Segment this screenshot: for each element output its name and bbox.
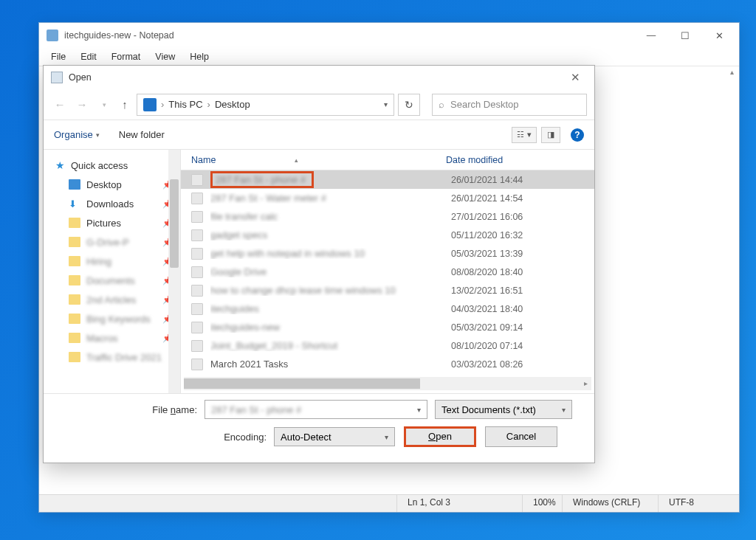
file-row[interactable]: Joint_Budget_2019 - Shortcut08/10/2020 0… — [181, 336, 594, 355]
notepad-statusbar: Ln 1, Col 3 100% Windows (CRLF) UTF-8 — [39, 494, 739, 512]
filename-label: File name: — [57, 404, 205, 415]
pc-icon — [143, 98, 157, 111]
dialog-toolbar: Organise▾ New folder ☷ ▾ ◨ ? — [44, 120, 594, 150]
encoding-select[interactable]: Auto-Detect ▾ — [274, 427, 395, 446]
nav-back-button[interactable]: ← — [51, 98, 69, 111]
file-type-filter[interactable]: Text Documents (*.txt) ▾ — [435, 400, 572, 419]
menu-format[interactable]: Format — [106, 50, 147, 63]
file-icon — [191, 211, 203, 223]
file-icon — [191, 285, 203, 297]
file-date: 05/11/2020 16:32 — [451, 230, 594, 240]
address-dropdown-icon[interactable]: ▾ — [384, 100, 388, 108]
filename-input[interactable]: 287 Fan St - phone # ▾ — [205, 400, 427, 419]
file-name: itechguides — [210, 303, 451, 314]
file-row[interactable]: file transfer calc27/01/2021 16:06 — [181, 207, 594, 226]
dialog-close-button[interactable]: ✕ — [560, 71, 590, 84]
file-name: 287 Fan St - phone # — [210, 171, 451, 188]
file-row[interactable]: itechguides04/03/2021 18:40 — [181, 300, 594, 318]
header-name[interactable]: Name — [191, 155, 442, 165]
file-icon — [191, 248, 203, 260]
file-row[interactable]: 287 Fan St - Water meter #26/01/2021 14:… — [181, 189, 594, 207]
file-icon — [191, 229, 203, 241]
search-box[interactable]: ⌕ Search Desktop — [432, 94, 587, 116]
file-date: 27/01/2021 16:06 — [451, 212, 594, 222]
nav-up-button[interactable]: ↑ — [117, 98, 132, 111]
file-date: 03/03/2021 08:26 — [451, 359, 594, 370]
close-button[interactable]: ✕ — [702, 24, 736, 47]
minimize-button[interactable]: — — [634, 24, 668, 47]
dropdown-icon[interactable]: ▾ — [417, 406, 421, 414]
sidebar-scrollbar[interactable] — [168, 150, 180, 393]
view-mode-button[interactable]: ☷ ▾ — [512, 127, 537, 143]
sidebar-item[interactable]: Macros📌 — [51, 328, 177, 347]
file-date: 04/03/2021 18:40 — [451, 304, 594, 314]
file-icon — [191, 193, 203, 204]
scroll-right-icon[interactable]: ▸ — [580, 377, 591, 390]
sidebar-item[interactable]: 2nd Articles📌 — [51, 290, 177, 309]
open-button[interactable]: Open — [404, 426, 476, 447]
file-name: how to change dhcp lease time windows 10 — [210, 285, 451, 296]
navigation-pane: ★ Quick access Desktop📌 ⬇Downloads📌 Pict… — [44, 150, 181, 393]
preview-pane-button[interactable]: ◨ — [541, 127, 560, 143]
scroll-up-icon[interactable]: ▴ — [726, 68, 738, 80]
menu-view[interactable]: View — [149, 50, 181, 63]
search-placeholder: Search Desktop — [450, 99, 519, 110]
file-name: Google Drive — [210, 266, 451, 277]
path-this-pc[interactable]: This PC — [168, 99, 202, 110]
star-icon: ★ — [55, 159, 65, 171]
sidebar-item[interactable]: Bing Keywords📌 — [51, 309, 177, 328]
file-row[interactable]: March 2021 Tasks03/03/2021 08:26 — [181, 355, 594, 373]
file-row[interactable]: get help with notepad in windows 1005/03… — [181, 244, 594, 263]
organise-button[interactable]: Organise▾ — [54, 129, 100, 140]
help-button[interactable]: ? — [571, 128, 584, 142]
folder-icon — [69, 275, 80, 285]
sidebar-quick-access[interactable]: ★ Quick access — [51, 156, 177, 175]
dropdown-icon[interactable]: ▾ — [562, 406, 566, 414]
maximize-button[interactable]: ☐ — [668, 24, 702, 47]
folder-icon — [69, 237, 80, 247]
address-bar[interactable]: › This PC › Desktop ▾ — [137, 94, 394, 116]
file-icon — [191, 303, 203, 315]
dropdown-icon[interactable]: ▾ — [385, 433, 388, 441]
notepad-menubar: File Edit Format View Help — [39, 48, 739, 66]
refresh-button[interactable]: ↻ — [398, 94, 420, 116]
file-row[interactable]: 287 Fan St - phone #26/01/2021 14:44 — [181, 170, 594, 189]
file-date: 08/10/2020 07:14 — [451, 341, 594, 351]
chevron-right-icon: › — [207, 99, 210, 110]
sidebar-item-downloads[interactable]: ⬇Downloads📌 — [51, 194, 177, 213]
chevron-right-icon: › — [161, 99, 164, 110]
notepad-icon — [47, 30, 58, 41]
column-headers: Name ▴ Date modified — [181, 150, 594, 170]
new-folder-button[interactable]: New folder — [119, 129, 165, 140]
downloads-icon: ⬇ — [69, 198, 80, 209]
file-name: Joint_Budget_2019 - Shortcut — [210, 340, 451, 351]
sidebar-item-desktop[interactable]: Desktop📌 — [51, 175, 177, 194]
file-icon — [191, 266, 203, 278]
path-desktop[interactable]: Desktop — [215, 99, 250, 110]
horizontal-scrollbar[interactable]: ◂ ▸ — [184, 377, 591, 390]
file-name: itechguides-new — [210, 322, 451, 333]
file-icon — [191, 322, 203, 333]
notepad-titlebar: itechguides-new - Notepad — ☐ ✕ — [39, 23, 739, 48]
cancel-button[interactable]: Cancel — [485, 426, 557, 447]
sidebar-item[interactable]: Traffic Drive 2021 — [51, 347, 177, 367]
folder-icon — [69, 314, 80, 324]
file-row[interactable]: gadget specs05/11/2020 16:32 — [181, 226, 594, 244]
file-row[interactable]: Google Drive08/08/2020 18:40 — [181, 263, 594, 281]
nav-recent-dropdown[interactable]: ▾ — [95, 101, 113, 108]
status-encoding: UTF-8 — [658, 495, 739, 512]
file-name: gadget specs — [210, 229, 451, 240]
file-list[interactable]: 287 Fan St - phone #26/01/2021 14:44287 … — [181, 170, 594, 377]
file-row[interactable]: how to change dhcp lease time windows 10… — [181, 281, 594, 300]
sidebar-item[interactable]: G-Drive-P📌 — [51, 232, 177, 252]
header-date[interactable]: Date modified — [446, 155, 594, 165]
menu-edit[interactable]: Edit — [75, 50, 103, 63]
menu-help[interactable]: Help — [184, 50, 215, 63]
sidebar-item-pictures[interactable]: Pictures📌 — [51, 213, 177, 232]
file-date: 26/01/2021 14:54 — [451, 193, 594, 204]
sidebar-item[interactable]: Documents📌 — [51, 271, 177, 290]
sidebar-item[interactable]: Hiring📌 — [51, 252, 177, 271]
nav-forward-button: → — [73, 98, 91, 111]
file-row[interactable]: itechguides-new05/03/2021 09:14 — [181, 318, 594, 336]
menu-file[interactable]: File — [45, 50, 72, 63]
